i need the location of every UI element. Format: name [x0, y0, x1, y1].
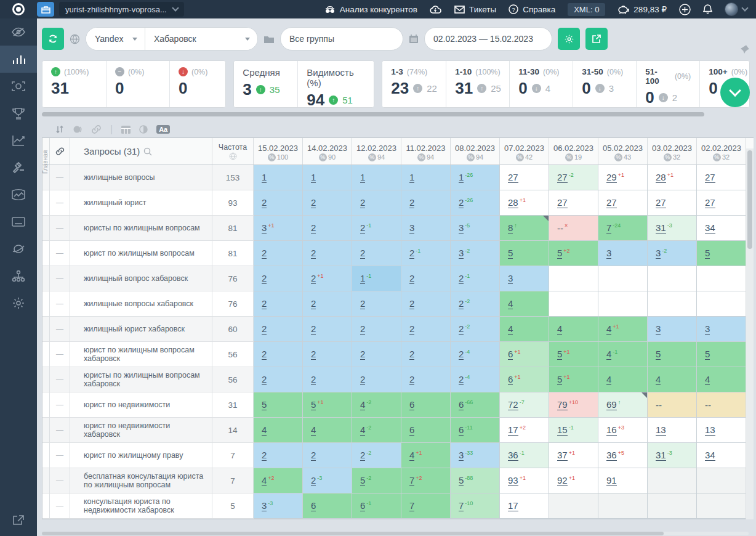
query-cell[interactable]: жилищный юрист хабаровск [70, 317, 212, 342]
rank-cell[interactable]: -- [697, 392, 746, 418]
rank-cell[interactable]: 2 [401, 291, 451, 317]
queries-column-header[interactable]: Запросы (31) [70, 138, 212, 164]
row-handle[interactable]: — [50, 493, 70, 519]
rank-cell[interactable]: 2-3 [303, 468, 352, 493]
card-down[interactable]: ↓(0%) 0 [169, 61, 226, 107]
rank-cell[interactable]: 4-2 [352, 392, 401, 418]
rank-cell[interactable]: 6 [401, 392, 451, 418]
rank-cell[interactable]: 4 [549, 317, 598, 342]
rank-cell[interactable]: 31-3 [648, 443, 697, 468]
rank-cell[interactable]: 6-66 [451, 392, 500, 418]
sidebar-item-settings[interactable] [0, 290, 37, 317]
query-cell[interactable]: бесплатная консультация юриста по жилищн… [70, 468, 212, 493]
rank-cell[interactable]: 2 [303, 317, 352, 342]
card-range-1-3[interactable]: 1-3(74%)23↑22 [382, 61, 446, 107]
row-handle[interactable]: — [50, 241, 70, 266]
rank-cell[interactable]: 2+1 [303, 266, 352, 291]
rank-cell[interactable]: 72-7 [500, 392, 549, 418]
rank-cell[interactable]: 4 [254, 418, 303, 443]
rank-cell[interactable]: 2-1 [401, 241, 451, 266]
rank-cell[interactable]: 5 [697, 241, 746, 266]
rank-cell[interactable]: 1 [254, 165, 303, 190]
rank-cell[interactable]: 3 [401, 216, 451, 241]
date-column-header[interactable]: 05.02.2023%43 [598, 138, 648, 164]
rank-cell[interactable]: 5+1 [549, 342, 598, 367]
sidebar-item-indexing[interactable] [0, 235, 37, 262]
xml-limits[interactable]: XML: 0 [568, 3, 605, 16]
rank-cell[interactable]: 1 [352, 165, 401, 190]
rank-cell[interactable]: 15-1 [549, 418, 598, 443]
rank-cell[interactable]: 7 [401, 493, 451, 519]
sort-icon[interactable] [55, 125, 64, 134]
rank-cell[interactable]: 31-3 [648, 216, 697, 241]
rank-cell[interactable]: 28+1 [648, 165, 697, 190]
rank-cell[interactable]: 2 [254, 266, 303, 291]
notifications-button[interactable] [703, 4, 712, 14]
card-up[interactable]: ↑(100%) 31 [42, 61, 106, 107]
cloud-button[interactable] [430, 5, 442, 14]
rank-cell[interactable]: 4 [500, 317, 549, 342]
rank-cell[interactable]: 3 [648, 317, 697, 342]
rank-cell[interactable]: 5+2 [549, 241, 598, 266]
row-handle[interactable]: — [50, 266, 70, 291]
query-cell[interactable]: жилищный вопрос хабаровск [70, 266, 212, 291]
rank-cell[interactable]: 34 [697, 443, 746, 468]
rank-cell[interactable]: 2-26 [451, 190, 500, 216]
rank-cell[interactable]: 27 [697, 165, 746, 190]
rank-cell[interactable]: 37+1 [549, 443, 598, 468]
rank-cell[interactable]: 17 [500, 493, 549, 519]
row-handle[interactable]: — [50, 392, 70, 418]
rank-cell[interactable]: 93+1 [500, 468, 549, 493]
sidebar-item-pages[interactable] [0, 208, 37, 235]
card-range-1-10[interactable]: 1-10(100%)31↑25 [446, 61, 509, 107]
date-column-header[interactable]: 08.02.2023%94 [451, 138, 500, 164]
rank-cell[interactable]: 1-1 [352, 266, 401, 291]
rank-cell[interactable]: 6+1 [500, 367, 549, 392]
sidebar-item-overview[interactable] [0, 18, 37, 46]
balance[interactable]: 289,83 ₽ [617, 4, 667, 14]
rank-cell[interactable]: 3-33 [451, 443, 500, 468]
rank-cell[interactable]: 2 [303, 190, 352, 216]
rank-cell[interactable]: 1-26 [451, 165, 500, 190]
rank-cell[interactable]: 3-3 [254, 493, 303, 519]
rank-cell[interactable]: 2 [352, 241, 401, 266]
card-range-51-100[interactable]: 51-100(0%)0↓2 [636, 61, 699, 107]
sidebar-item-competitors[interactable] [0, 100, 37, 127]
sidebar-item-expand[interactable] [0, 506, 37, 534]
rank-cell[interactable]: 4 [500, 291, 549, 317]
rank-cell[interactable]: 4 [697, 367, 746, 392]
rank-cell[interactable]: 8↑ [500, 216, 549, 241]
rank-cell[interactable]: 6+1 [500, 342, 549, 367]
rank-cell[interactable]: 5 [254, 392, 303, 418]
rank-cell[interactable]: 2 [254, 367, 303, 392]
rank-cell[interactable]: 28+1 [500, 190, 549, 216]
project-selector[interactable]: yurist-zhilishhnym-voprosa... [59, 2, 184, 17]
sidebar-item-snippets[interactable] [0, 181, 37, 208]
rank-cell[interactable]: 4-2 [352, 418, 401, 443]
rank-cell[interactable]: 2-2 [352, 443, 401, 468]
rank-cell[interactable]: 6-1 [352, 493, 401, 519]
groups-select[interactable]: Все группы [280, 27, 403, 51]
rank-cell[interactable]: 2-2 [451, 291, 500, 317]
rank-cell[interactable]: 2 [254, 190, 303, 216]
rank-cell[interactable]: 4-1 [598, 342, 648, 367]
query-cell[interactable]: юристы по жилищным вопросам [70, 216, 212, 241]
rank-cell[interactable]: 2 [303, 367, 352, 392]
date-column-header[interactable]: 06.02.2023%19 [549, 138, 598, 164]
rank-cell[interactable]: 6-11 [451, 418, 500, 443]
rank-cell[interactable]: 5+1 [303, 392, 352, 418]
rank-cell[interactable]: 5 [697, 342, 746, 367]
rank-cell[interactable]: 2 [401, 342, 451, 367]
pin-icon[interactable] [740, 44, 750, 54]
rank-cell[interactable]: 3+1 [254, 216, 303, 241]
tickets-link[interactable]: Тикеты [454, 5, 496, 14]
row-handle[interactable]: — [50, 165, 70, 190]
rank-cell[interactable]: 34 [697, 216, 746, 241]
card-visibility[interactable]: Видимость (%) 94↑51 [297, 61, 374, 107]
rank-cell[interactable]: 7-24 [598, 216, 648, 241]
rank-cell[interactable]: 2 [401, 190, 451, 216]
rank-cell[interactable]: 2 [303, 342, 352, 367]
rank-cell[interactable]: 2 [352, 317, 401, 342]
rank-cell[interactable]: 2-2 [451, 317, 500, 342]
rank-cell[interactable]: 4+1 [401, 443, 451, 468]
